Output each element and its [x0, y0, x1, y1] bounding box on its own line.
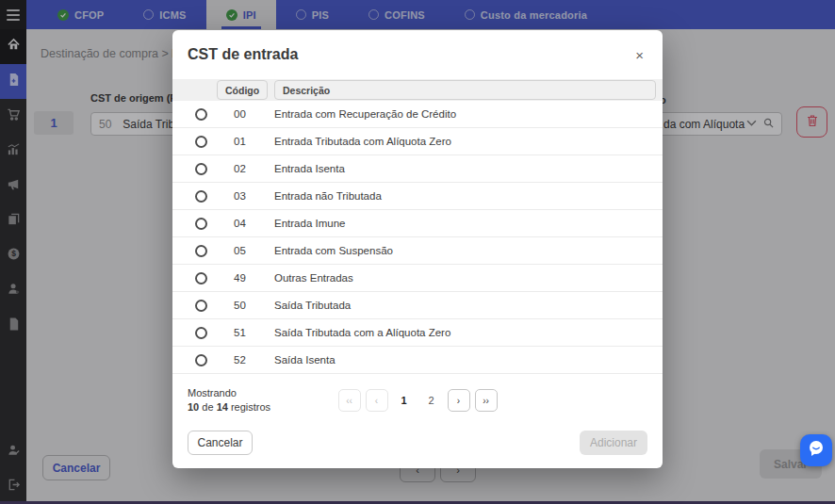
cst-entrada-modal: CST de entrada × Código Descrição 00 Ent…	[172, 30, 663, 468]
row-description: Entrada Imune	[274, 218, 345, 229]
table-row[interactable]: 05 Entrada com Suspensão	[172, 237, 663, 265]
radio-button[interactable]	[195, 354, 207, 366]
table-row[interactable]: 00 Entrada com Recuperação de Crédito	[172, 101, 663, 128]
row-description: Entrada com Recuperação de Crédito	[274, 108, 456, 120]
first-page-button[interactable]: ‹‹	[338, 389, 361, 412]
chat-widget-button[interactable]	[800, 434, 832, 466]
row-description: Saída Tributada com a Alíquota Zero	[274, 327, 450, 338]
row-code: 03	[234, 190, 274, 202]
row-code: 50	[234, 300, 274, 311]
row-code: 49	[234, 272, 274, 284]
row-description: Saída Isenta	[274, 354, 336, 366]
modal-cancel-button[interactable]: Cancelar	[188, 431, 253, 455]
cst-table: 00 Entrada com Recuperação de Crédito 01…	[172, 101, 663, 374]
radio-button[interactable]	[195, 300, 207, 312]
column-header-codigo[interactable]: Código	[217, 80, 268, 100]
radio-button[interactable]	[195, 108, 207, 121]
close-icon[interactable]: ×	[635, 48, 644, 62]
page-number-1[interactable]: 1	[393, 389, 416, 412]
radio-button[interactable]	[195, 163, 207, 175]
table-row[interactable]: 02 Entrada Isenta	[172, 155, 663, 183]
column-header-descricao[interactable]: Descrição	[274, 80, 656, 100]
table-header: Código Descrição	[172, 79, 663, 101]
row-code: 51	[234, 327, 274, 338]
row-description: Entrada Tributada com Alíquota Zero	[274, 136, 451, 147]
row-description: Entrada Isenta	[274, 163, 345, 174]
radio-button[interactable]	[195, 245, 207, 257]
prev-page-button[interactable]: ‹	[366, 389, 388, 412]
modal-title: CST de entrada	[188, 46, 298, 63]
row-code: 00	[234, 108, 274, 120]
table-row[interactable]: 04 Entrada Imune	[172, 210, 663, 237]
table-row[interactable]: 01 Entrada Tributada com Alíquota Zero	[172, 128, 663, 155]
radio-button[interactable]	[195, 190, 207, 203]
next-page-button[interactable]: ›	[448, 389, 470, 412]
row-code: 04	[234, 218, 274, 229]
table-row[interactable]: 03 Entrada não Tributada	[172, 183, 663, 210]
chat-bubble-icon	[807, 439, 826, 462]
row-description: Entrada com Suspensão	[274, 245, 393, 256]
radio-button[interactable]	[195, 272, 207, 285]
radio-button[interactable]	[195, 136, 207, 148]
last-page-button[interactable]: ››	[475, 389, 498, 412]
table-row[interactable]: 52 Saída Isenta	[172, 347, 663, 374]
row-code: 02	[234, 163, 274, 174]
row-description: Saída Tributada	[274, 300, 351, 311]
radio-button[interactable]	[195, 218, 207, 230]
row-description: Outras Entradas	[274, 272, 353, 284]
table-row[interactable]: 50 Saída Tributada	[172, 292, 663, 319]
page-number-2[interactable]: 2	[420, 389, 443, 412]
row-code: 52	[234, 354, 274, 366]
row-description: Entrada não Tributada	[274, 190, 382, 202]
row-code: 01	[234, 136, 274, 147]
app-root: $ CFOP ICMS IPI	[0, 0, 835, 504]
table-row[interactable]: 51 Saída Tributada com a Alíquota Zero	[172, 319, 663, 347]
radio-button[interactable]	[195, 327, 207, 339]
pagination: ‹‹ ‹ 1 2 › ››	[172, 389, 663, 412]
modal-add-button[interactable]: Adicionar	[580, 431, 647, 455]
row-code: 05	[234, 245, 274, 256]
table-row[interactable]: 49 Outras Entradas	[172, 265, 663, 292]
